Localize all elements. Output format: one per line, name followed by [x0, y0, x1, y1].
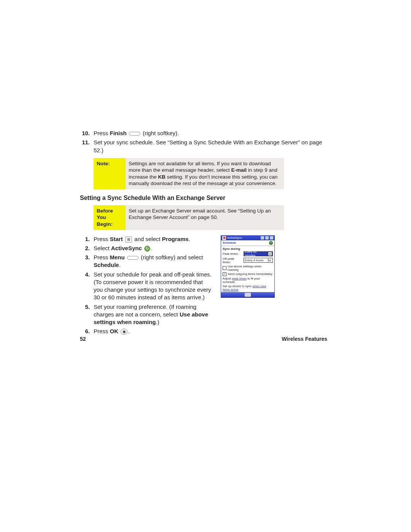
continued-steps-list: 10.Press Finish (right softkey).11.Set y… [80, 129, 327, 154]
before-you-begin-box: Before You Begin: Set up an Exchange Ser… [94, 205, 284, 230]
step-number: 11. [80, 139, 90, 154]
note-body: Settings are not available for all items… [126, 158, 284, 189]
list-item: 3.Press Menu (right softkey) and select … [80, 254, 213, 269]
steps-and-figure-row: 1.Press Start ⊞ and select Programs.2.Se… [80, 235, 327, 337]
signal-icon [265, 236, 269, 240]
peak-times-select[interactable]: Every 60 minutes ▾ [244, 251, 273, 256]
step-text: Set your sync schedule. See “Setting a S… [94, 139, 327, 154]
list-item: 10.Press Finish (right softkey). [80, 129, 327, 137]
step-text: Press OK ◉. [94, 328, 213, 335]
main-steps-list: 1.Press Start ⊞ and select Programs.2.Se… [80, 235, 213, 337]
checkbox-icon: ✓ [223, 272, 226, 276]
svg-rect-1 [127, 256, 138, 260]
list-item: 1.Press Start ⊞ and select Programs. [80, 235, 213, 243]
keyboard-icon[interactable] [245, 293, 251, 297]
device-body: Sync during Peak times: Every 60 minutes… [221, 246, 274, 292]
list-item: 6.Press OK ◉. [80, 328, 213, 335]
footer-section: Wireless Features [282, 336, 327, 342]
device-titlebar: ⊞ ActiveSync [221, 236, 274, 240]
offpeak-times-select[interactable]: Every 4 hours ▾ [244, 258, 273, 263]
note-label: Note: [94, 158, 126, 189]
step-number: 6. [80, 328, 90, 335]
step-text: Set your roaming preference. (If roaming… [94, 303, 213, 326]
softkey-icon [129, 132, 140, 136]
step-number: 1. [80, 235, 90, 243]
step-number: 5. [80, 303, 90, 326]
status-icon [261, 236, 264, 240]
page-number: 52 [80, 336, 86, 342]
step-text: Press Menu (right softkey) and select Sc… [94, 254, 213, 269]
section-heading: Setting a Sync Schedule With an Exchange… [80, 195, 327, 201]
step-text: Select ActiveSync ↻. [94, 244, 213, 252]
device-subbar: Schedule ? [221, 240, 274, 246]
page-content: 10.Press Finish (right softkey).11.Set y… [80, 129, 327, 337]
before-body: Set up an Exchange Server email account.… [126, 205, 284, 230]
device-title: ActiveSync [227, 236, 242, 240]
step-text: Press Finish (right softkey). [94, 129, 327, 137]
list-item: 2.Select ActiveSync ↻. [80, 244, 213, 252]
device-bottombar [221, 292, 274, 297]
checkbox-icon [223, 266, 226, 270]
hint-peak-times: Adjust peak times to fit your schedule. [223, 277, 273, 284]
send-outgoing-checkbox-row[interactable]: ✓ Send outgoing items immediately [223, 272, 273, 276]
step-number: 2. [80, 244, 90, 252]
activesync-icon: ↻ [144, 246, 150, 252]
list-item: 11.Set your sync schedule. See “Setting … [80, 139, 327, 154]
step-number: 10. [80, 129, 90, 137]
device-screenshot: ⊞ ActiveSync Schedule ? Sync during Peak… [221, 235, 275, 298]
device-subtitle: Schedule [223, 241, 236, 244]
offpeak-times-label: Off-peak times: [223, 257, 242, 264]
help-icon: ? [269, 241, 273, 245]
hint-new-items: Set up device to sync when new items arr… [223, 284, 273, 291]
before-label: Before You Begin: [94, 205, 126, 230]
peak-times-link[interactable]: peak times [232, 277, 247, 280]
chevron-down-icon: ▾ [268, 259, 272, 262]
step-number: 4. [80, 271, 90, 302]
windows-flag-icon: ⊞ [222, 236, 226, 240]
list-item: 4.Set your schedule for peak and off-pea… [80, 271, 213, 302]
close-icon [270, 236, 273, 240]
softkey-icon [127, 256, 139, 260]
page-footer: 52 Wireless Features [80, 336, 327, 342]
start-icon: ⊞ [125, 236, 132, 243]
ok-button-icon: ◉ [121, 329, 127, 335]
list-item: 5.Set your roaming preference. (If roami… [80, 303, 213, 326]
note-box: Note: Settings are not available for all… [94, 158, 284, 189]
peak-times-label: Peak times: [223, 252, 242, 256]
step-text: Set your schedule for peak and off-peak … [94, 271, 213, 302]
svg-rect-0 [129, 132, 140, 136]
chevron-down-icon: ▾ [268, 252, 272, 256]
step-text: Press Start ⊞ and select Programs. [94, 235, 213, 243]
roaming-checkbox-row[interactable]: Use above settings when roaming [223, 265, 273, 272]
step-number: 3. [80, 254, 90, 269]
